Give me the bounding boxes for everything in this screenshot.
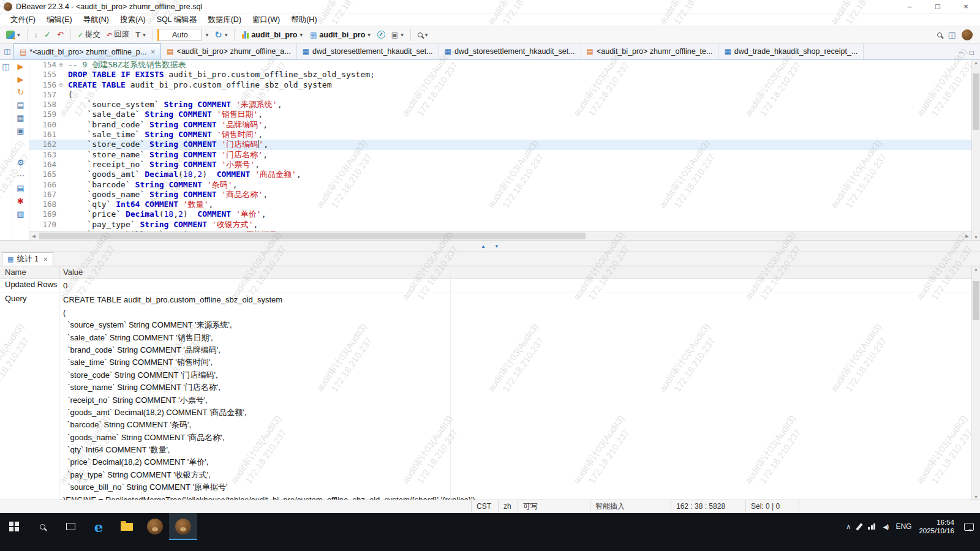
line-number[interactable]: 157	[29, 90, 56, 100]
task-view-button[interactable]	[56, 513, 85, 540]
result-name-cell[interactable]: Query	[0, 293, 59, 500]
scroll-up-icon[interactable]: ▲	[972, 61, 980, 65]
console-icon[interactable]: ▣	[17, 127, 24, 135]
vertical-scroll-thumb[interactable]	[973, 73, 979, 130]
editor-tab[interactable]: ▤<audit_bi_pro> zhumr_offline_a...	[161, 43, 296, 59]
tab-close-icon[interactable]: ×	[151, 48, 155, 56]
result-name-cell[interactable]: Updated Rows	[0, 279, 59, 293]
result-value-cell[interactable]: 0	[59, 279, 971, 293]
line-number[interactable]: 161	[29, 130, 56, 140]
editor-tab[interactable]: ▤*<audit_bi_pro> zhumr_offline_p...×	[13, 43, 161, 59]
line-number[interactable]: 158	[29, 100, 56, 110]
editor-tab[interactable]: ▦dwd_trade_hkaudit_shop_receipt_...	[718, 43, 864, 59]
code-text[interactable]: `goods_name` String COMMENT '商品名称',	[66, 190, 268, 200]
code-text[interactable]: `sale_date` String COMMENT '销售日期',	[66, 110, 263, 119]
refresh-button[interactable]: ↻ ▾	[212, 29, 230, 40]
rollback-button[interactable]: ↶ 回滚	[104, 28, 132, 41]
line-number[interactable]: 170	[29, 220, 56, 230]
commit-mode-dropdown[interactable]: ▾	[203, 31, 211, 39]
restore-views-icon[interactable]: ◫	[2, 62, 9, 71]
line-number[interactable]: 166	[29, 180, 56, 190]
scroll-up-icon[interactable]: ▲	[972, 267, 980, 271]
notification-icon[interactable]	[964, 523, 974, 531]
commit-icon-button[interactable]: ✓	[42, 29, 53, 40]
line-number[interactable]: 168	[29, 200, 56, 209]
result-value-cell[interactable]: CREATE TABLE audit_bi_pro.custom_offline…	[59, 293, 971, 500]
menu-item-6[interactable]: 窗口(W)	[247, 13, 285, 26]
window-close-button[interactable]: ×	[952, 0, 980, 13]
results-tab-close-icon[interactable]: ×	[43, 255, 48, 264]
dbeaver-taskbar-button-1[interactable]	[141, 513, 169, 540]
code-text[interactable]: `goods_amt` Decimal(18,2) COMMENT '商品金额'…	[66, 170, 301, 179]
horizontal-scroll-thumb[interactable]	[39, 233, 586, 239]
editor-tab[interactable]: ▦dwd_storesettlement_hkaudit_set...	[439, 43, 581, 59]
network-icon[interactable]	[868, 523, 875, 530]
maximize-editor-button[interactable]: □	[970, 48, 974, 57]
code-line-165[interactable]: 165 `goods_amt` Decimal(18,2) COMMENT '商…	[29, 170, 971, 179]
menu-item-2[interactable]: 导航(N)	[78, 13, 115, 26]
code-text[interactable]: `receipt_no` String COMMENT '小票号',	[66, 160, 260, 170]
search-button[interactable]: ▾	[415, 31, 431, 39]
fold-minus-icon[interactable]: ⊖	[56, 60, 66, 70]
window-maximize-button[interactable]: □	[924, 0, 952, 13]
file-explorer-button[interactable]	[113, 513, 141, 540]
code-text[interactable]: DROP TABLE IF EXISTS audit_bi_pro.custom…	[66, 70, 375, 80]
schema-selector[interactable]: ▦ audit_bi_pro ▾	[307, 29, 374, 41]
more-dots-icon[interactable]: ⋯	[17, 171, 24, 180]
start-button[interactable]	[0, 513, 28, 540]
network-settings-button[interactable]: ▣ ▾	[389, 29, 406, 40]
column-header-value[interactable]: Value	[59, 266, 980, 279]
code-text[interactable]: `qty` Int64 COMMENT '数量',	[66, 200, 213, 209]
line-number[interactable]: 169	[29, 209, 56, 219]
dbeaver-taskbar-button-2[interactable]	[169, 513, 197, 540]
code-text[interactable]: CREATE TABLE audit_bi_pro.custom_offline…	[66, 80, 331, 90]
editor-vertical-scrollbar[interactable]: ▲ ▼	[971, 60, 980, 240]
scroll-down-icon[interactable]: ▼	[972, 495, 980, 499]
code-line-166[interactable]: 166 `barcode` String COMMENT '条码',	[29, 180, 971, 190]
code-line-155[interactable]: 155DROP TABLE IF EXISTS audit_bi_pro.cus…	[29, 70, 971, 80]
edge-button[interactable]: e	[85, 513, 113, 540]
menu-item-5[interactable]: 数据库(D)	[202, 13, 247, 26]
scroll-left-icon[interactable]: ◀	[29, 232, 38, 240]
code-line-156[interactable]: 156⊖CREATE TABLE audit_bi_pro.custom_off…	[29, 80, 971, 90]
error-doc-icon[interactable]: ✱	[17, 197, 24, 206]
code-text[interactable]: `brand_code` String COMMENT '品牌编码',	[66, 120, 268, 130]
code-text[interactable]: `store_name` String COMMENT '门店名称',	[66, 150, 268, 160]
line-number[interactable]: 167	[29, 190, 56, 200]
fetch-button[interactable]: ↓	[32, 29, 41, 40]
perspective-icon[interactable]: ◫	[948, 31, 956, 39]
code-text[interactable]: `source_system` String COMMENT '来源系统',	[66, 100, 282, 110]
results-tab-statistics[interactable]: ▦ 统计 1 ×	[2, 252, 53, 266]
settings-gear-icon[interactable]: ⚙	[17, 159, 24, 167]
line-number[interactable]: 160	[29, 120, 56, 130]
line-number[interactable]: 162	[29, 140, 56, 149]
scroll-right-icon[interactable]: ▶	[963, 232, 971, 240]
menu-item-1[interactable]: 编辑(E)	[41, 13, 78, 26]
sql-editor[interactable]: 154⊖-- 9 创建SBZ老系统销售数据表155DROP TABLE IF E…	[29, 60, 971, 240]
column-header-name[interactable]: Name	[0, 266, 59, 279]
code-line-158[interactable]: 158 `source_system` String COMMENT '来源系统…	[29, 100, 971, 110]
menu-item-7[interactable]: 帮助(H)	[285, 13, 322, 26]
code-line-163[interactable]: 163 `store_name` String COMMENT '门店名称',	[29, 150, 971, 160]
scroll-down-icon[interactable]: ▼	[972, 235, 980, 239]
line-number[interactable]: 154	[29, 60, 56, 70]
menu-item-0[interactable]: 文件(F)	[5, 13, 41, 26]
code-text[interactable]: `store_code` String COMMENT '门店编码',	[66, 140, 268, 149]
minimize-editor-button[interactable]: –	[959, 48, 963, 57]
collapse-down-icon[interactable]: ▼	[494, 244, 499, 249]
rollback-icon-button[interactable]: ↶	[55, 29, 66, 40]
execute-script-icon[interactable]: ▶	[18, 75, 24, 84]
language-indicator[interactable]: ENG	[895, 522, 911, 531]
line-number[interactable]: 163	[29, 150, 56, 160]
result-row[interactable]: Updated Rows0	[0, 279, 971, 293]
taskbar-search-button[interactable]	[28, 513, 56, 540]
result-row[interactable]: QueryCREATE TABLE audit_bi_pro.custom_of…	[0, 293, 971, 500]
taskbar-clock[interactable]: 16:54 2025/10/16	[919, 518, 954, 535]
tray-expand-icon[interactable]: ∧	[846, 523, 851, 531]
code-line-162[interactable]: 162 `store_code` String COMMENT '门店编码',	[29, 140, 971, 149]
code-line-161[interactable]: 161 `sale_time` String COMMENT '销售时间',	[29, 130, 971, 140]
vertical-scroll-thumb[interactable]	[973, 281, 979, 320]
menu-item-4[interactable]: SQL 编辑器	[151, 13, 203, 26]
code-text[interactable]: `barcode` String COMMENT '条码',	[66, 180, 237, 190]
connection-selector[interactable]: audit_bi_pro ▾	[239, 29, 306, 41]
